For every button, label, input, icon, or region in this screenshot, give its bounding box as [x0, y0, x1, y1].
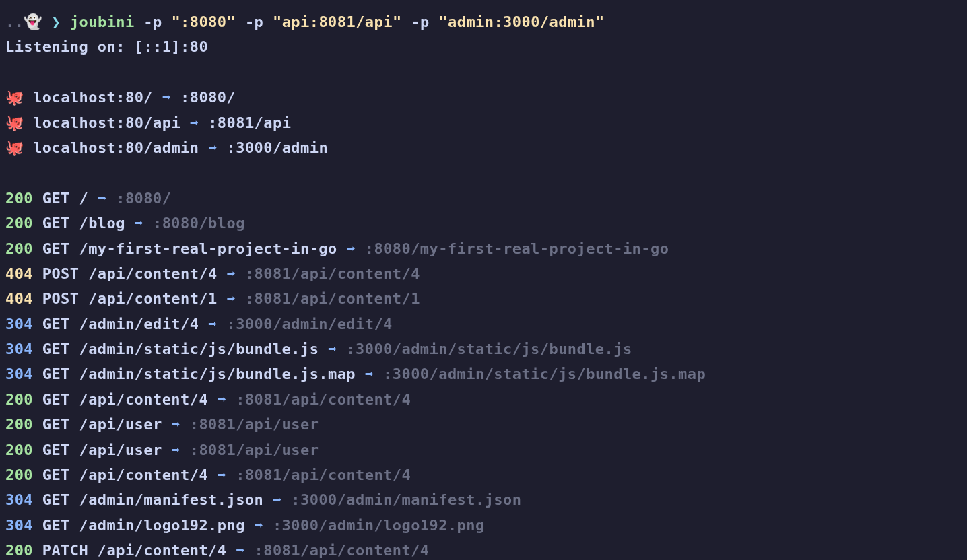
request-path: /api/content/4 — [70, 466, 218, 483]
route-dst: :8080/ — [171, 89, 236, 106]
status-code: 200 — [5, 391, 33, 408]
http-method: GET — [33, 391, 70, 408]
arg-3: "admin:3000/admin" — [438, 13, 604, 30]
request-line-1: 200 GET /blog ➡ :8080/blog — [5, 211, 962, 236]
prompt-prefix: .. — [5, 13, 24, 30]
blank-line — [5, 160, 962, 185]
request-target: :3000/admin/logo192.png — [263, 517, 484, 534]
http-method: GET — [33, 442, 70, 458]
request-target: :8081/api/content/1 — [236, 290, 420, 307]
status-code: 200 — [5, 442, 33, 458]
request-target: :3000/admin/manifest.json — [282, 491, 522, 508]
http-method: GET — [33, 517, 70, 534]
arrow-icon: ➡ — [171, 442, 180, 458]
arrow-icon: ➡ — [273, 491, 282, 508]
octopus-icon: 🐙 — [5, 139, 24, 156]
http-method: GET — [33, 416, 70, 433]
request-path: /blog — [70, 215, 135, 232]
request-line-13: 304 GET /admin/logo192.png ➡ :3000/admin… — [5, 513, 962, 538]
arrow-icon: ➡ — [190, 114, 199, 131]
request-line-9: 200 GET /api/user ➡ :8081/api/user — [5, 412, 962, 437]
octopus-icon: 🐙 — [5, 114, 24, 131]
http-method: GET — [33, 316, 70, 332]
request-line-8: 200 GET /api/content/4 ➡ :8081/api/conte… — [5, 387, 962, 412]
status-code: 304 — [5, 316, 33, 332]
status-code: 200 — [5, 190, 33, 207]
request-line-10: 200 GET /api/user ➡ :8081/api/user — [5, 438, 962, 462]
request-path: /admin/static/js/bundle.js — [70, 341, 328, 357]
arrow-icon: ➡ — [218, 466, 227, 483]
flag-3: -p — [402, 13, 439, 30]
request-target: :8081/api/user — [180, 416, 319, 433]
arrow-icon: ➡ — [328, 341, 337, 357]
arrow-icon: ➡ — [218, 391, 227, 408]
http-method: POST — [33, 265, 79, 282]
http-method: GET — [33, 190, 70, 207]
status-code: 200 — [5, 542, 33, 559]
request-path: /api/user — [70, 416, 172, 433]
http-method: POST — [33, 290, 79, 307]
request-target: :8080/ — [107, 190, 172, 207]
request-target: :8081/api/content/4 — [245, 542, 430, 559]
blank-line — [5, 60, 962, 85]
status-code: 304 — [5, 341, 33, 357]
request-path: /admin/static/js/bundle.js.map — [70, 365, 365, 382]
request-target: :8080/my-first-real-project-in-go — [356, 240, 669, 257]
route-src: localhost:80/admin — [24, 139, 208, 156]
route-dst: :8081/api — [199, 114, 291, 131]
route-line-2: 🐙 localhost:80/admin ➡ :3000/admin — [5, 135, 962, 160]
http-method: GET — [33, 466, 70, 483]
status-code: 304 — [5, 517, 33, 534]
arg-2: "api:8081/api" — [273, 13, 402, 30]
arg-1: ":8080" — [171, 13, 236, 30]
request-target: :3000/admin/static/js/bundle.js — [337, 341, 632, 357]
request-line-4: 404 POST /api/content/1 ➡ :8081/api/cont… — [5, 286, 962, 311]
octopus-icon: 🐙 — [5, 89, 24, 106]
arrow-icon: ➡ — [208, 139, 218, 156]
arrow-icon: ➡ — [365, 365, 374, 382]
route-src: localhost:80/api — [24, 114, 189, 131]
status-code: 200 — [5, 416, 33, 433]
status-code: 304 — [5, 491, 33, 508]
arrow-icon: ➡ — [255, 517, 264, 534]
request-line-6: 304 GET /admin/static/js/bundle.js ➡ :30… — [5, 337, 962, 361]
request-path: /api/content/4 — [88, 542, 236, 559]
arrow-icon: ➡ — [236, 542, 245, 559]
request-line-5: 304 GET /admin/edit/4 ➡ :3000/admin/edit… — [5, 312, 962, 337]
request-target: :8081/api/content/4 — [226, 391, 411, 408]
request-line-0: 200 GET / ➡ :8080/ — [5, 186, 962, 211]
request-line-3: 404 POST /api/content/4 ➡ :8081/api/cont… — [5, 261, 962, 286]
request-path: / — [70, 190, 98, 207]
request-path: /api/content/4 — [70, 391, 218, 408]
request-path: /my-first-real-project-in-go — [70, 240, 347, 257]
request-target: :8081/api/content/4 — [236, 265, 420, 282]
route-dst: :3000/admin — [218, 139, 328, 156]
request-target: :3000/admin/static/js/bundle.js.map — [374, 365, 706, 382]
flag-1: -p — [135, 13, 172, 30]
arrow-icon: ➡ — [162, 89, 172, 106]
request-path: /admin/manifest.json — [70, 491, 273, 508]
request-path: /api/content/1 — [79, 290, 227, 307]
request-line-12: 304 GET /admin/manifest.json ➡ :3000/adm… — [5, 487, 962, 512]
command-line: ..👻 ❯ joubini -p ":8080" -p "api:8081/ap… — [5, 9, 962, 34]
request-target: :3000/admin/edit/4 — [218, 316, 393, 332]
route-src: localhost:80/ — [24, 89, 162, 106]
request-path: /api/content/4 — [79, 265, 227, 282]
request-target: :8080/blog — [143, 215, 245, 232]
arrow-icon: ➡ — [135, 215, 144, 232]
request-line-7: 304 GET /admin/static/js/bundle.js.map ➡… — [5, 361, 962, 386]
request-path: /admin/edit/4 — [70, 316, 208, 332]
command-name: joubini — [70, 13, 135, 30]
http-method: GET — [33, 341, 70, 357]
arrow-icon: ➡ — [208, 316, 218, 332]
flag-2: -p — [236, 13, 273, 30]
arrow-icon: ➡ — [171, 416, 180, 433]
status-code: 200 — [5, 215, 33, 232]
request-line-11: 200 GET /api/content/4 ➡ :8081/api/conte… — [5, 462, 962, 487]
http-method: PATCH — [33, 542, 88, 559]
status-code: 304 — [5, 365, 33, 382]
request-line-14: 200 PATCH /api/content/4 ➡ :8081/api/con… — [5, 538, 962, 560]
http-method: GET — [33, 491, 70, 508]
ghost-icon: 👻 — [24, 13, 42, 30]
request-path: /api/user — [70, 442, 172, 458]
